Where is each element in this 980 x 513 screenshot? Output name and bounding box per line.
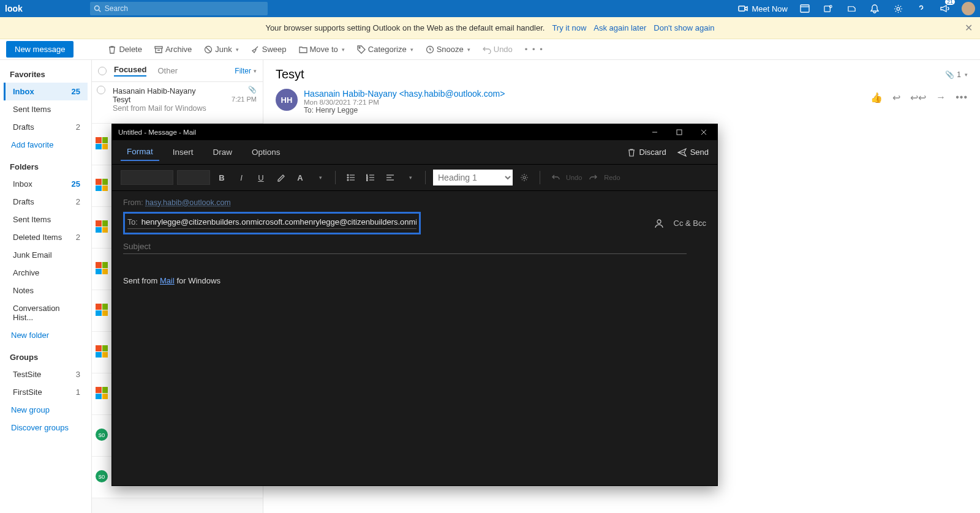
undo-button[interactable]: Undo xyxy=(478,42,518,56)
more-font-button[interactable]: ▾ xyxy=(312,170,328,185)
italic-button[interactable]: I xyxy=(233,170,249,185)
bell-icon[interactable] xyxy=(869,2,881,15)
subject-row xyxy=(123,242,687,254)
tab-draw[interactable]: Draw xyxy=(207,144,239,160)
send-button[interactable]: Send xyxy=(677,148,709,157)
ellipsis-icon[interactable]: ••• xyxy=(956,92,968,103)
banner-dont-link[interactable]: Don't show again xyxy=(654,23,714,32)
mail-tips-icon[interactable] xyxy=(845,2,858,15)
sidebar-item-inbox2[interactable]: Inbox25 xyxy=(4,175,88,193)
trash-icon xyxy=(627,148,636,157)
align-button[interactable] xyxy=(382,170,398,185)
teams-icon[interactable] xyxy=(822,2,834,15)
sidebar-item-inbox[interactable]: Inbox25 xyxy=(4,83,88,100)
sidebar-item-conversation[interactable]: Conversation Hist... xyxy=(4,299,88,326)
sidebar-item-notes[interactable]: Notes xyxy=(4,282,88,299)
styles-select[interactable]: Heading 1 xyxy=(433,170,513,185)
reply-icon[interactable]: ↩ xyxy=(892,92,900,103)
gear-icon[interactable] xyxy=(892,2,904,15)
message-item[interactable]: 📎 Hasanain Habib-Nayany Tesyt 7:21 PM Se… xyxy=(92,82,263,124)
sweep-button[interactable]: Sweep xyxy=(246,42,292,56)
banner-ask-link[interactable]: Ask again later xyxy=(594,23,646,32)
chevron-down-icon: ▾ xyxy=(965,72,968,78)
select-all-checkbox[interactable] xyxy=(98,67,107,75)
discover-groups-link[interactable]: Discover groups xyxy=(4,419,88,436)
underline-button[interactable]: U xyxy=(253,170,269,185)
new-folder-link[interactable]: New folder xyxy=(4,326,88,344)
sidebar-item-archive[interactable]: Archive xyxy=(4,264,88,282)
reply-all-icon[interactable]: ↩↩ xyxy=(910,92,926,103)
meet-now-button[interactable]: Meet Now xyxy=(738,4,788,13)
font-family-select[interactable] xyxy=(121,170,173,185)
from-row[interactable]: From: hasy.habib@outlook.com xyxy=(123,197,706,212)
people-picker-icon[interactable] xyxy=(654,219,664,228)
sidebar-item-testsite[interactable]: TestSite3 xyxy=(4,365,88,383)
bold-button[interactable]: B xyxy=(214,170,230,185)
body-text-suffix: for Windows xyxy=(175,276,221,285)
attachment-count[interactable]: 📎1▾ xyxy=(945,70,968,79)
avatar[interactable] xyxy=(962,2,975,15)
highlight-button[interactable] xyxy=(273,170,288,185)
close-button[interactable] xyxy=(692,124,716,140)
svg-point-21 xyxy=(347,179,349,181)
archive-button[interactable]: Archive xyxy=(149,42,197,56)
my-day-icon[interactable] xyxy=(799,2,811,15)
minimize-button[interactable] xyxy=(643,124,667,140)
from-line[interactable]: Hasanain Habib-Nayany <hasy.habib@outloo… xyxy=(304,89,505,99)
folders-header[interactable]: Folders xyxy=(4,159,88,175)
banner-try-link[interactable]: Try it now xyxy=(552,23,586,32)
bullets-button[interactable] xyxy=(343,170,359,185)
sidebar-item-firstsite[interactable]: FirstSite1 xyxy=(4,383,88,401)
svg-point-17 xyxy=(347,174,349,176)
to-input[interactable] xyxy=(141,217,417,227)
help-icon[interactable] xyxy=(915,2,927,15)
tab-other[interactable]: Other xyxy=(157,66,178,75)
delete-button[interactable]: Delete xyxy=(103,42,147,56)
categorize-button[interactable]: Categorize▾ xyxy=(352,42,418,56)
svg-rect-3 xyxy=(801,5,809,12)
tab-format[interactable]: Format xyxy=(121,143,159,161)
favorites-header[interactable]: Favorites xyxy=(4,66,88,83)
font-color-button[interactable]: A xyxy=(292,170,308,185)
more-button[interactable]: • • • xyxy=(520,42,549,56)
body-text-prefix: Sent from xyxy=(123,276,160,285)
compose-body[interactable]: Sent from Mail for Windows xyxy=(112,260,717,301)
add-favorite-link[interactable]: Add favorite xyxy=(4,136,88,154)
sidebar-item-sent[interactable]: Sent Items xyxy=(4,100,88,118)
format-ribbon: B I U A ▾ 123 ▾ Heading 1 Undo Redo xyxy=(112,165,717,191)
new-message-button[interactable]: New message xyxy=(6,41,74,58)
compose-titlebar[interactable]: Untitled - Message - Mail xyxy=(112,124,717,140)
sidebar-item-drafts[interactable]: Drafts2 xyxy=(4,118,88,136)
subject-input[interactable] xyxy=(123,242,687,251)
discard-button[interactable]: Discard xyxy=(627,148,666,157)
undo-button[interactable] xyxy=(548,170,564,185)
forward-icon[interactable]: → xyxy=(936,92,946,103)
select-checkbox[interactable] xyxy=(97,86,105,94)
send-icon xyxy=(677,148,687,157)
tab-focused[interactable]: Focused xyxy=(114,65,146,77)
filter-button[interactable]: Filter▾ xyxy=(235,67,257,75)
sidebar-item-sent2[interactable]: Sent Items xyxy=(4,211,88,228)
mail-link[interactable]: Mail xyxy=(160,276,175,285)
sidebar-item-junk[interactable]: Junk Email xyxy=(4,246,88,264)
close-icon[interactable]: ✕ xyxy=(965,22,973,34)
search-input[interactable]: Search xyxy=(90,2,268,15)
like-icon[interactable]: 👍 xyxy=(870,92,883,103)
sidebar-item-drafts2[interactable]: Drafts2 xyxy=(4,193,88,211)
move-button[interactable]: Move to▾ xyxy=(294,42,350,56)
junk-button[interactable]: Junk▾ xyxy=(199,42,243,56)
cc-bcc-button[interactable]: Cc & Bcc xyxy=(674,219,706,228)
numbering-button[interactable]: 123 xyxy=(363,170,379,185)
snooze-button[interactable]: Snooze▾ xyxy=(421,42,475,56)
announcements-icon[interactable]: 21 xyxy=(938,2,951,15)
new-group-link[interactable]: New group xyxy=(4,401,88,419)
more-paragraph-button[interactable]: ▾ xyxy=(402,170,418,185)
tab-options[interactable]: Options xyxy=(246,144,287,160)
styles-settings-button[interactable] xyxy=(516,170,532,185)
sidebar-item-deleted[interactable]: Deleted Items2 xyxy=(4,228,88,246)
tab-insert[interactable]: Insert xyxy=(167,144,200,160)
maximize-button[interactable] xyxy=(667,124,692,140)
groups-header[interactable]: Groups xyxy=(4,349,88,365)
redo-button[interactable] xyxy=(586,170,601,185)
font-size-select[interactable] xyxy=(177,170,210,185)
